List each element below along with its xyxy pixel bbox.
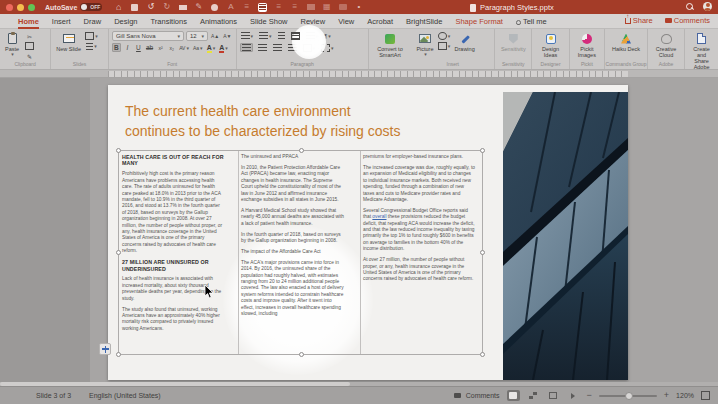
chart-icon[interactable]: ▦ (322, 3, 331, 12)
save-icon[interactable] (130, 3, 139, 12)
resize-handle-bottom-center[interactable] (299, 352, 304, 357)
text-column-3[interactable]: premiums for employer-based insurance pl… (363, 154, 475, 287)
tab-view[interactable]: View (338, 17, 354, 26)
drawing-button[interactable]: Drawing (453, 31, 477, 53)
home-icon[interactable]: ⌂ (114, 3, 123, 12)
more-commands-icon[interactable]: • (354, 3, 363, 12)
thumbnail-pane-collapsed[interactable] (0, 78, 90, 382)
zoom-slider-thumb[interactable] (625, 392, 633, 400)
slide-canvas[interactable]: The current health care environment cont… (108, 85, 628, 380)
tab-shape-format[interactable]: Shape Format (455, 17, 503, 26)
font-name-combo[interactable]: Gill Sans Nova▾ (112, 31, 184, 41)
zoom-out-button[interactable]: − (587, 391, 592, 400)
zoom-slider[interactable] (599, 395, 657, 397)
resize-handle-top-center[interactable] (299, 148, 304, 153)
tab-home[interactable]: Home (18, 17, 39, 26)
tab-animations[interactable]: Animations (200, 17, 237, 26)
tab-transitions[interactable]: Transitions (150, 17, 186, 26)
account-avatar[interactable] (703, 2, 712, 11)
zoom-window-button[interactable] (28, 4, 35, 11)
format-painter-button[interactable]: ✎ (23, 52, 36, 60)
bullets-button[interactable]: ▾ (240, 31, 255, 40)
autosave-control[interactable]: AutoSave OFF (45, 3, 102, 11)
resize-handle-bottom-left[interactable] (116, 352, 121, 357)
tab-brightslide[interactable]: BrightSlide (406, 17, 442, 26)
tab-draw[interactable]: Draw (84, 17, 102, 26)
paste-button[interactable]: Paste▾ (3, 31, 21, 59)
resize-handle-top-right[interactable] (480, 148, 485, 153)
layout-button[interactable]: ▾ (85, 32, 98, 40)
comments-toggle-button[interactable]: Comments (454, 392, 500, 399)
align-right-button[interactable] (272, 43, 283, 52)
align-left-button[interactable] (240, 43, 253, 52)
text-box-button[interactable]: ▾ (438, 42, 451, 50)
haiku-deck-button[interactable]: Haiku Deck (610, 31, 642, 53)
share-button[interactable]: Share (625, 16, 653, 25)
cut-button[interactable]: ✂ (23, 32, 36, 40)
align-icon[interactable]: ≡ (242, 3, 251, 12)
minimize-window-button[interactable] (17, 4, 24, 11)
pickit-images-button[interactable]: Pickit Images (573, 31, 601, 59)
character-spacing-button[interactable]: AV▾ (178, 43, 190, 52)
justify-button[interactable] (287, 43, 298, 52)
decrease-indent-button[interactable] (277, 31, 286, 40)
zoom-level[interactable]: 120% (676, 392, 694, 399)
text-column-1[interactable]: HEALTH CARE IS OUT OF REACH FOR MANY Pro… (122, 154, 224, 337)
paragraph-settings-highlighted-icon[interactable] (258, 3, 267, 12)
language-indicator[interactable]: English (United States) (89, 392, 161, 399)
shapes-icon[interactable] (210, 3, 219, 12)
slide-title[interactable]: The current health care environment cont… (125, 101, 485, 141)
text-color-icon[interactable]: A (226, 3, 235, 12)
subscript-button[interactable]: x₂ (167, 43, 176, 52)
reading-view-button[interactable] (547, 390, 560, 401)
overall-hyperlink[interactable]: overall (372, 214, 386, 219)
undo-icon[interactable]: ↺ (146, 3, 155, 12)
strikethrough-button[interactable]: ab (145, 43, 154, 52)
copy-button[interactable] (23, 42, 36, 50)
slide-sorter-view-button[interactable] (527, 390, 540, 401)
shrink-font-button[interactable]: A▼ (222, 32, 232, 41)
table-icon[interactable] (306, 3, 315, 12)
increase-indent-button[interactable] (290, 31, 301, 40)
format-painter-icon[interactable]: ✎ (194, 3, 203, 12)
slideshow-view-button[interactable] (567, 390, 580, 401)
search-icon[interactable] (686, 3, 694, 11)
shapes-button[interactable]: ▾ (438, 32, 451, 40)
close-window-button[interactable] (6, 4, 13, 11)
underline-button[interactable]: U (134, 43, 143, 52)
list-icon[interactable]: ≡ (274, 3, 283, 12)
indent-icon[interactable]: ≡ (290, 3, 299, 12)
resize-handle-bottom-right[interactable] (480, 352, 485, 357)
tab-insert[interactable]: Insert (52, 17, 71, 26)
align-center-button[interactable] (257, 43, 268, 52)
tab-design[interactable]: Design (114, 17, 137, 26)
tab-acrobat[interactable]: Acrobat (367, 17, 393, 26)
tab-review[interactable]: Review (301, 17, 326, 26)
fit-slide-to-window-icon[interactable] (701, 391, 710, 400)
highlight-color-button[interactable]: A▾ (206, 43, 217, 52)
zoom-in-button[interactable]: + (664, 391, 669, 400)
print-icon[interactable] (178, 3, 187, 12)
line-spacing-button[interactable]: ▾ (305, 31, 320, 40)
numbering-button[interactable]: ▾ (258, 31, 273, 40)
creative-cloud-button[interactable]: Creative Cloud (651, 31, 681, 59)
new-slide-button[interactable]: New Slide (54, 31, 83, 53)
superscript-button[interactable]: x² (156, 43, 165, 52)
resize-handle-middle-left[interactable] (116, 250, 121, 255)
tab-slide-show[interactable]: Slide Show (250, 17, 288, 26)
picture-button[interactable]: Picture▾ (414, 31, 435, 59)
resize-handle-middle-right[interactable] (480, 250, 485, 255)
normal-view-button[interactable] (507, 390, 520, 401)
text-direction-button[interactable]: ▾ (320, 43, 335, 52)
autosave-toggle[interactable]: OFF (80, 3, 102, 11)
resize-handle-top-left[interactable] (116, 148, 121, 153)
tab-tell-me[interactable]: Tell me (516, 17, 547, 26)
text-column-2[interactable]: The uninsured and PPACA In 2010, the Pat… (241, 154, 345, 322)
building-photo[interactable] (503, 92, 628, 380)
section-button[interactable]: ▾ (85, 42, 98, 50)
slide-indicator[interactable]: Slide 3 of 3 (36, 392, 71, 399)
font-size-combo[interactable]: 12▾ (186, 31, 208, 41)
bold-button[interactable]: B (112, 43, 121, 52)
columns-button[interactable]: ▾ (302, 43, 317, 52)
convert-to-smartart-button[interactable]: Convert to SmartArt (372, 31, 409, 59)
